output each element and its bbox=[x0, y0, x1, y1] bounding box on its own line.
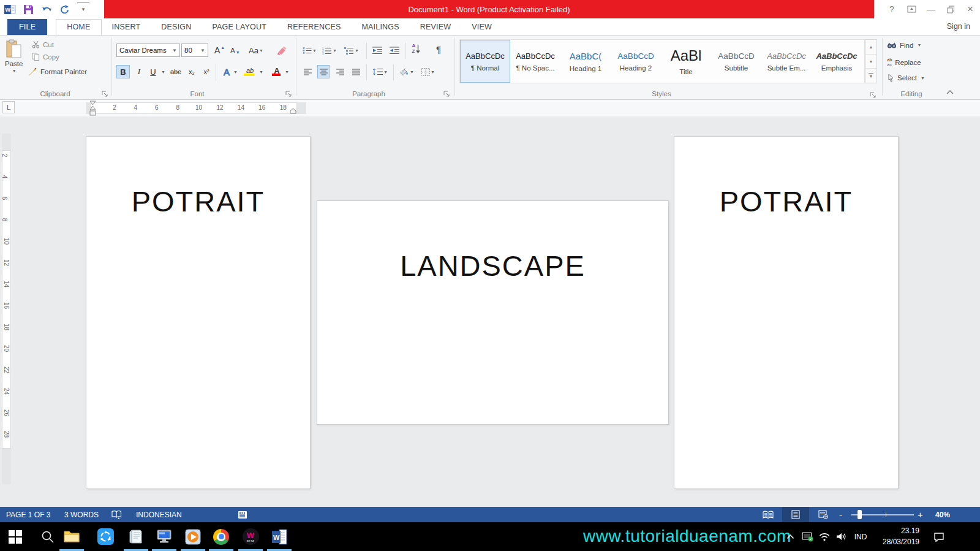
taskbar-file-explorer-icon[interactable] bbox=[58, 522, 86, 551]
select-button[interactable]: Select ▼ bbox=[887, 74, 925, 82]
zoom-out-button[interactable]: - bbox=[839, 507, 842, 522]
zoom-in-button[interactable]: + bbox=[918, 507, 923, 522]
tab-mailings[interactable]: MAILINGS bbox=[351, 20, 409, 35]
restore-button[interactable] bbox=[941, 1, 960, 18]
text-highlight-button[interactable]: ab bbox=[244, 64, 256, 77]
page-2-text[interactable]: LANDSCAPE bbox=[317, 249, 668, 283]
taskbar-media-player-icon[interactable] bbox=[179, 522, 207, 551]
tab-insert[interactable]: INSERT bbox=[102, 20, 151, 35]
close-button[interactable]: × bbox=[960, 1, 980, 18]
find-button[interactable]: Find ▼ bbox=[887, 41, 921, 49]
read-mode-view-button[interactable] bbox=[755, 507, 782, 522]
decrease-indent-button[interactable] bbox=[371, 44, 383, 57]
find-caret[interactable]: ▼ bbox=[917, 43, 921, 47]
text-effects-button[interactable]: A bbox=[221, 65, 233, 78]
style-item-1[interactable]: AaBbCcDc¶ Normal bbox=[460, 40, 510, 83]
paste-dropdown-caret[interactable]: ▼ bbox=[12, 69, 17, 73]
sort-button[interactable]: AZ bbox=[410, 42, 423, 56]
qat-customize-button[interactable]: ▾ bbox=[77, 2, 89, 17]
font-size-caret[interactable]: ▼ bbox=[198, 48, 205, 53]
page-indicator[interactable]: PAGE 1 OF 3 bbox=[6, 507, 50, 522]
start-button[interactable] bbox=[1, 522, 29, 551]
page-1-text[interactable]: POTRAIT bbox=[86, 184, 310, 218]
paste-button[interactable]: Paste ▼ bbox=[5, 39, 23, 73]
page-2-landscape[interactable]: LANDSCAPE bbox=[317, 200, 669, 425]
superscript-button[interactable]: x² bbox=[200, 65, 213, 78]
underline-button[interactable]: U bbox=[147, 65, 159, 78]
taskbar-word-icon[interactable]: W bbox=[265, 522, 293, 551]
style-item-4[interactable]: AaBbCcDHeading 2 bbox=[611, 40, 661, 83]
right-indent-marker[interactable] bbox=[290, 108, 296, 114]
numbering-button[interactable]: 123▼ bbox=[321, 44, 338, 57]
zoom-level[interactable]: 40% bbox=[935, 507, 950, 522]
style-item-5[interactable]: AaBlTitle bbox=[661, 40, 711, 83]
font-dialog-launcher[interactable] bbox=[285, 91, 293, 98]
print-layout-view-button[interactable] bbox=[782, 507, 809, 522]
paragraph-dialog-launcher[interactable] bbox=[443, 91, 451, 98]
styles-more-button[interactable]: ▼ bbox=[865, 69, 876, 83]
font-name-caret[interactable]: ▼ bbox=[170, 48, 177, 53]
bullets-button[interactable]: ▼ bbox=[301, 44, 318, 57]
tray-clock[interactable]: 23.19 28/03/2019 bbox=[875, 522, 927, 551]
tray-volume-icon[interactable] bbox=[833, 522, 850, 551]
web-layout-view-button[interactable] bbox=[810, 507, 837, 522]
tray-wifi-icon[interactable] bbox=[816, 522, 832, 551]
save-button[interactable] bbox=[22, 2, 34, 17]
tab-stop-selector[interactable]: L bbox=[2, 101, 15, 113]
subscript-button[interactable]: x₂ bbox=[186, 65, 198, 78]
action-center-icon[interactable] bbox=[930, 522, 948, 551]
borders-button[interactable]: ▼ bbox=[420, 65, 436, 78]
style-item-3[interactable]: AaBbC(Heading 1 bbox=[560, 40, 611, 83]
style-item-6[interactable]: AaBbCcDSubtitle bbox=[711, 40, 761, 83]
replace-button[interactable]: abac Replace bbox=[887, 58, 921, 67]
align-right-button[interactable] bbox=[334, 65, 346, 78]
undo-dropdown-caret[interactable]: ▾ bbox=[49, 7, 51, 12]
justify-button[interactable] bbox=[350, 65, 362, 78]
font-color-caret[interactable]: ▼ bbox=[285, 70, 289, 74]
tray-show-hidden-icons[interactable] bbox=[783, 522, 797, 551]
page-1-portrait[interactable]: POTRAIT bbox=[86, 136, 311, 489]
style-item-7[interactable]: AaBbCcDcSubtle Em... bbox=[761, 40, 812, 83]
format-painter-button[interactable]: Format Painter bbox=[28, 67, 87, 76]
help-button[interactable]: ? bbox=[882, 1, 902, 18]
tab-review[interactable]: REVIEW bbox=[410, 20, 462, 35]
proofing-status-icon[interactable] bbox=[111, 507, 122, 522]
page-3-portrait[interactable]: POTRAIT bbox=[674, 136, 899, 489]
font-size-combobox[interactable]: 80▼ bbox=[181, 44, 208, 57]
underline-dropdown-caret[interactable]: ▼ bbox=[161, 70, 165, 74]
tray-pc-status-icon[interactable] bbox=[799, 522, 816, 551]
strikethrough-button[interactable]: abc bbox=[169, 65, 183, 78]
vertical-ruler[interactable]: 246810121416182022242628 bbox=[2, 134, 11, 484]
align-left-button[interactable] bbox=[301, 65, 314, 78]
change-case-button[interactable]: Aa▼ bbox=[247, 44, 265, 57]
style-item-8[interactable]: AaBbCcDcEmphasis bbox=[812, 40, 862, 83]
sign-in-link[interactable]: Sign in bbox=[947, 22, 970, 31]
language-indicator[interactable]: INDONESIAN bbox=[136, 507, 182, 522]
tab-view[interactable]: VIEW bbox=[461, 20, 502, 35]
page-3-text[interactable]: POTRAIT bbox=[674, 184, 898, 218]
styles-scroll-up-button[interactable]: ▲ bbox=[865, 40, 876, 55]
multilevel-list-button[interactable]: ▼ bbox=[343, 44, 360, 57]
undo-button[interactable]: ▾ bbox=[40, 2, 53, 17]
styles-scroll-down-button[interactable]: ▼ bbox=[865, 55, 876, 69]
tab-references[interactable]: REFERENCES bbox=[277, 20, 351, 35]
tray-language-indicator[interactable]: IND bbox=[851, 522, 870, 551]
collapse-ribbon-button[interactable] bbox=[946, 89, 954, 94]
show-hide-pilcrow-button[interactable]: ¶ bbox=[432, 42, 445, 56]
cut-button[interactable]: Cut bbox=[32, 40, 54, 48]
taskbar-chrome-icon[interactable] bbox=[207, 522, 235, 551]
zoom-slider-thumb[interactable] bbox=[858, 510, 862, 519]
increase-indent-button[interactable] bbox=[388, 44, 401, 57]
horizontal-ruler[interactable]: 24681012141618 bbox=[86, 102, 306, 114]
clipboard-dialog-launcher[interactable] bbox=[102, 91, 109, 98]
minimize-button[interactable]: — bbox=[921, 1, 941, 18]
text-effects-caret[interactable]: ▼ bbox=[233, 70, 238, 74]
line-spacing-button[interactable]: ▼ bbox=[371, 65, 389, 78]
align-center-button[interactable] bbox=[317, 65, 330, 78]
taskbar-notepad-icon[interactable] bbox=[122, 522, 150, 551]
taskbar-shareit-icon[interactable] bbox=[91, 522, 119, 551]
redo-button[interactable] bbox=[59, 2, 71, 17]
shrink-font-button[interactable]: A▼ bbox=[229, 44, 241, 57]
ribbon-display-options-button[interactable] bbox=[902, 1, 921, 18]
tab-file[interactable]: FILE bbox=[7, 19, 47, 35]
